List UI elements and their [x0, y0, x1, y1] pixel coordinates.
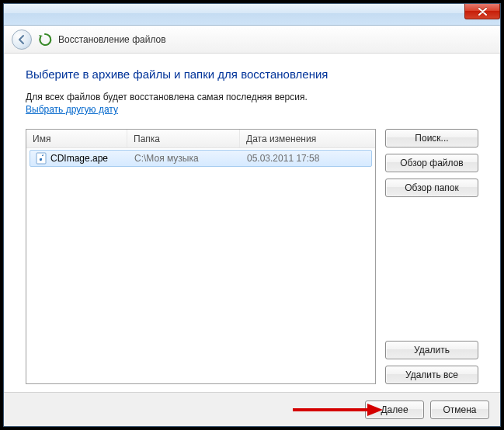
choose-date-link[interactable]: Выбрать другую дату: [26, 104, 478, 115]
audio-file-icon: [35, 152, 47, 165]
browse-files-button[interactable]: Обзор файлов: [385, 154, 478, 172]
file-name: CDImage.ape: [50, 153, 108, 164]
back-button[interactable]: [12, 29, 32, 50]
file-row[interactable]: CDImage.ape C:\Моя музыка 05.03.2011 17:…: [30, 150, 372, 167]
col-header-name[interactable]: Имя: [26, 130, 127, 147]
browse-folders-button[interactable]: Обзор папок: [385, 179, 478, 197]
body: Выберите в архиве файлы и папки для восс…: [4, 54, 500, 392]
cancel-button[interactable]: Отмена: [430, 401, 489, 419]
file-date: 05.03.2011 17:58: [242, 153, 371, 164]
delete-button[interactable]: Удалить: [385, 341, 478, 359]
col-header-date[interactable]: Дата изменения: [240, 130, 375, 147]
nav-row: Восстановление файлов: [4, 26, 500, 54]
close-button[interactable]: [464, 4, 500, 19]
page-heading: Выберите в архиве файлы и папки для восс…: [26, 68, 478, 81]
nav-title: Восстановление файлов: [58, 34, 166, 45]
back-arrow-icon: [16, 34, 27, 45]
file-folder: C:\Моя музыка: [130, 153, 242, 164]
titlebar: [4, 4, 500, 26]
search-button[interactable]: Поиск...: [385, 129, 478, 147]
footer: Далее Отмена: [4, 392, 500, 426]
col-header-folder[interactable]: Папка: [127, 130, 240, 147]
file-list: Имя Папка Дата изменения CDImage.ape C:\…: [26, 129, 376, 384]
dialog-window: Восстановление файлов Выберите в архиве …: [3, 3, 501, 427]
restore-icon: [38, 33, 52, 47]
side-buttons: Поиск... Обзор файлов Обзор папок Удалит…: [385, 129, 478, 384]
list-header: Имя Папка Дата изменения: [26, 130, 375, 148]
delete-all-button[interactable]: Удалить все: [385, 366, 478, 384]
close-icon: [478, 8, 487, 16]
next-button[interactable]: Далее: [365, 401, 424, 419]
description-text: Для всех файлов будет восстановлена сама…: [26, 92, 478, 102]
